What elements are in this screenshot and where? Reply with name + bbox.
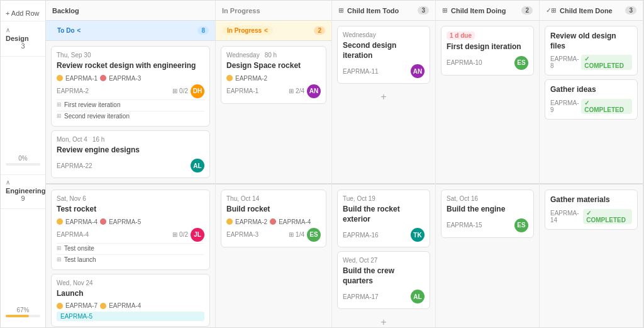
card-test-rocket[interactable]: Sat, Nov 6 Test rocket EAPRMA-4 EAPRMA-5… — [51, 189, 210, 270]
tag-red-tr — [100, 218, 106, 225]
engineering-progress-bar-wrap — [6, 315, 40, 317]
child-done-eng-body: Gather materials EAPRMA-14 ✓ COMPLETED — [540, 184, 643, 327]
sub-label-1a: First review iteration — [64, 101, 120, 108]
card-first-design-iter[interactable]: 1 d due First design iteration EAPRMA-10… — [441, 26, 534, 76]
card-title-gi: Gather ideas — [550, 85, 632, 95]
card-rocket-design[interactable]: Thu, Sep 30 Review rocket design with en… — [51, 46, 210, 127]
backlog-lower: Sat, Nov 6 Test rocket EAPRMA-4 EAPRMA-5… — [46, 184, 215, 327]
card-meta-1: Thu, Sep 30 — [57, 52, 204, 59]
card-title-launch: Launch — [57, 289, 204, 299]
child-done-inner: Review old design files EAPRMA-8 ✓ COMPL… — [540, 21, 643, 327]
child-todo-upper: Wednesday Second design iteration EAPRMA… — [332, 21, 435, 184]
tag-yellow-tr — [57, 218, 63, 225]
card-footer-1: EAPRMA-2 ⊞ 0/2 DH — [57, 84, 204, 98]
child-todo-lower: Tue, Oct 19 Build the rocket exterior EA… — [332, 184, 435, 327]
card-id-fdi: EAPRMA-10 — [447, 59, 482, 66]
engineering-progress-pct: 67% — [6, 307, 40, 314]
wip-lower: Thu, Oct 14 Build rocket EAPRMA-2 EAPRMA… — [216, 184, 331, 327]
card-meta-tr: Sat, Nov 6 — [57, 195, 204, 202]
avatar-dsr: AN — [307, 84, 321, 98]
card-meta-2: Mon, Oct 4 16 h — [57, 136, 204, 143]
add-card-design-todo[interactable]: + — [51, 182, 210, 183]
design-group: ∧ Design 3 — [1, 26, 45, 50]
child-done-upper: Review old design files EAPRMA-8 ✓ COMPL… — [540, 21, 643, 184]
child-doing-icon: ⊞ — [442, 7, 447, 14]
sidebar-divider-2 — [1, 174, 45, 175]
child-todo-label: Child Item Todo — [347, 7, 399, 14]
card-title-gm: Gather materials — [550, 195, 632, 205]
card-id-dsr: EAPRMA-1 — [226, 88, 258, 94]
card-date-be: Tue, Oct 19 — [343, 195, 375, 202]
child-todo-header: ⊞ Child Item Todo 3 — [332, 1, 435, 21]
card-footer-beng: EAPRMA-15 ES — [447, 218, 528, 232]
tag-label-bra: EAPRMA-2 — [235, 218, 267, 225]
card-date-2: Mon, Oct 4 — [57, 136, 87, 143]
card-date-beng: Sat, Oct 16 — [447, 195, 478, 202]
design-count: 3 — [6, 42, 40, 50]
card-gather-ideas[interactable]: Gather ideas EAPRMA-9 ✓ COMPLETED — [545, 79, 638, 120]
card-right-dsr: ⊞ 2/4 AN — [289, 84, 321, 98]
card-second-design[interactable]: Wednesday Second design iteration EAPRMA… — [337, 26, 430, 84]
card-build-engine[interactable]: Sat, Oct 16 Build the engine EAPRMA-15 E… — [441, 189, 534, 238]
card-build-rocket[interactable]: Thu, Oct 14 Build rocket EAPRMA-2 EAPRMA… — [221, 189, 326, 247]
engineering-chevron[interactable]: ∧ — [6, 179, 40, 186]
card-date-br: Thu, Oct 14 — [226, 195, 259, 202]
card-footer-br: EAPRMA-3 ⊞ 1/4 ES — [226, 228, 321, 242]
card-meta-launch: Wed, Nov 24 — [57, 280, 204, 286]
card-progress-br: ⊞ 1/4 — [289, 231, 304, 238]
design-progress: 0% — [1, 150, 45, 171]
tag-label-trb: EAPRMA-5 — [109, 218, 141, 225]
card-launch[interactable]: Wed, Nov 24 Launch EAPRMA-7 EAPRMA-4 EAP… — [51, 274, 210, 327]
child-todo-design-body: Wednesday Second design iteration EAPRMA… — [332, 21, 435, 183]
board: Backlog To Do < 8 — [46, 1, 643, 327]
card-date-1: Thu, Sep 30 — [57, 52, 91, 59]
card-id-sd: EAPRMA-11 — [343, 68, 379, 75]
card-title-rdf: Review old design files — [550, 31, 632, 51]
engineering-label: Engineering — [6, 187, 40, 195]
tag-yellow-1 — [57, 75, 63, 81]
card-title-fdi: First design iteration — [447, 42, 528, 52]
card-meta-br: Thu, Oct 14 — [226, 195, 321, 202]
card-build-exterior[interactable]: Tue, Oct 19 Build the rocket exterior EA… — [337, 189, 430, 247]
tag-label-1a: EAPRMA-1 — [65, 75, 97, 82]
inprogress-chevron: < — [264, 27, 268, 34]
card-review-design-files[interactable]: Review old design files EAPRMA-8 ✓ COMPL… — [545, 26, 638, 76]
backlog-column: Backlog To Do < 8 — [46, 1, 216, 327]
card-footer-bc: EAPRMA-17 AL — [343, 290, 425, 303]
sub-item-1a: ⊞ First review iteration — [57, 99, 204, 110]
inprogress-status: In Progress < — [222, 26, 273, 35]
child-done-header: ✓⊞ Child Item Done 3 — [540, 1, 643, 21]
sidebar: + Add Row ∧ Design 3 0% ∧ Engineering 9 … — [1, 1, 46, 327]
card-title-br: Build rocket — [226, 205, 321, 215]
wip-main-header: In Progress — [216, 1, 331, 21]
design-chevron[interactable]: ∧ — [6, 26, 40, 33]
card-title-bc: Build the crew quarters — [343, 266, 425, 286]
tag-label-brb: EAPRMA-4 — [279, 218, 311, 225]
child-todo-count: 3 — [418, 6, 429, 14]
add-card-child-todo-eng[interactable]: + — [337, 313, 430, 327]
board-container: + Add Row ∧ Design 3 0% ∧ Engineering 9 … — [0, 0, 644, 328]
card-engine-designs[interactable]: Mon, Oct 4 16 h Review engine designs EA… — [51, 130, 210, 179]
card-tags-dsr: EAPRMA-2 — [226, 75, 321, 82]
due-badge-fdi: 1 d due — [447, 31, 475, 40]
tag-yellow-br — [226, 218, 233, 225]
card-footer-tr: EAPRMA-4 ⊞ 0/2 JL — [57, 228, 204, 242]
card-tags-launch: EAPRMA-7 EAPRMA-4 — [57, 302, 204, 309]
card-title-2: Review engine designs — [57, 145, 204, 156]
card-design-space-rocket[interactable]: Wednesday 80 h Design Space rocket EAPRM… — [221, 46, 326, 104]
card-id-be: EAPRMA-16 — [343, 232, 379, 239]
tag-yellow-la — [57, 303, 63, 309]
engineering-count: 9 — [6, 195, 40, 202]
backlog-inner: To Do < 8 Thu, Sep 30 Review rocket desi… — [46, 21, 215, 327]
add-row-button[interactable]: + Add Row — [1, 6, 45, 21]
wip-column: In Progress In Progress < 2 — [216, 1, 332, 327]
card-gather-materials[interactable]: Gather materials EAPRMA-14 ✓ COMPLETED — [545, 189, 638, 230]
card-id-2: EAPRMA-22 — [57, 162, 92, 169]
add-card-child-todo-design[interactable]: + — [337, 88, 430, 106]
wip-main-label: In Progress — [222, 7, 260, 14]
child-doing-lower: Sat, Oct 16 Build the engine EAPRMA-15 E… — [436, 184, 539, 327]
card-footer-gi: EAPRMA-9 ✓ COMPLETED — [550, 99, 632, 114]
tag-label-dsr: EAPRMA-2 — [235, 75, 267, 82]
design-progress-pct: 0% — [6, 155, 40, 162]
card-build-crew[interactable]: Wed, Oct 27 Build the crew quarters EAPR… — [337, 251, 430, 309]
